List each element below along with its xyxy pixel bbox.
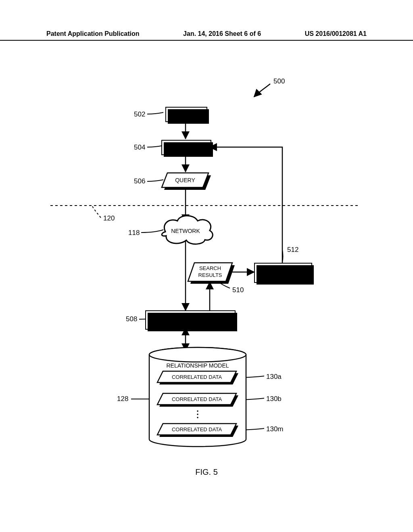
ref-510: 510 — [232, 286, 244, 294]
header-left: Patent Application Publication — [46, 30, 140, 37]
ref-130b: 130b — [266, 395, 282, 403]
figure-caption: FIG. 5 — [0, 468, 413, 477]
conclusion-engine-box: CONCLUSION ENGINE — [254, 263, 312, 283]
svg-text:SEARCH: SEARCH — [199, 265, 221, 271]
ref-512: 512 — [287, 246, 298, 254]
ref-504: 504 — [134, 143, 145, 152]
svg-text:CORRELATED DATA: CORRELATED DATA — [172, 426, 222, 432]
svg-text:CORRELATED DATA: CORRELATED DATA — [172, 374, 222, 380]
ref-502: 502 — [134, 110, 145, 118]
ref-128: 128 — [117, 395, 128, 403]
ref-130m: 130m — [266, 425, 284, 433]
svg-point-18 — [197, 414, 198, 415]
header-right: US 2016/0012081 A1 — [305, 30, 367, 37]
svg-point-12 — [149, 347, 246, 362]
svg-text:RELATIONSHIP MODEL: RELATIONSHIP MODEL — [166, 362, 229, 369]
svg-text:NETWORK: NETWORK — [171, 228, 200, 234]
svg-text:RESULTS: RESULTS — [198, 272, 222, 278]
ref-120: 120 — [103, 214, 115, 222]
relationship-model-search-module-box: RELATIONSHIP MODEL SEARCH MODULE — [145, 310, 236, 330]
header-center: Jan. 14, 2016 Sheet 6 of 6 — [183, 30, 261, 37]
svg-text:QUERY: QUERY — [175, 177, 195, 183]
page-header: Patent Application Publication Jan. 14, … — [0, 30, 413, 41]
ref-508: 508 — [126, 315, 137, 323]
user-box: USER — [165, 107, 207, 122]
svg-text:CORRELATED DATA: CORRELATED DATA — [172, 396, 222, 402]
diagram-svg: NETWORK QUERY SEARCH RESULTS RELATIONSHI… — [0, 69, 413, 472]
svg-point-13 — [149, 347, 246, 362]
diagram-area: NETWORK QUERY SEARCH RESULTS RELATIONSHI… — [0, 69, 413, 472]
ref-130a: 130a — [266, 373, 282, 381]
svg-point-17 — [197, 410, 198, 412]
svg-point-19 — [197, 417, 198, 418]
ref-118: 118 — [128, 229, 140, 237]
ref-500: 500 — [273, 77, 285, 85]
interface-box: INTERFACE — [161, 140, 211, 155]
ref-506: 506 — [134, 177, 145, 185]
